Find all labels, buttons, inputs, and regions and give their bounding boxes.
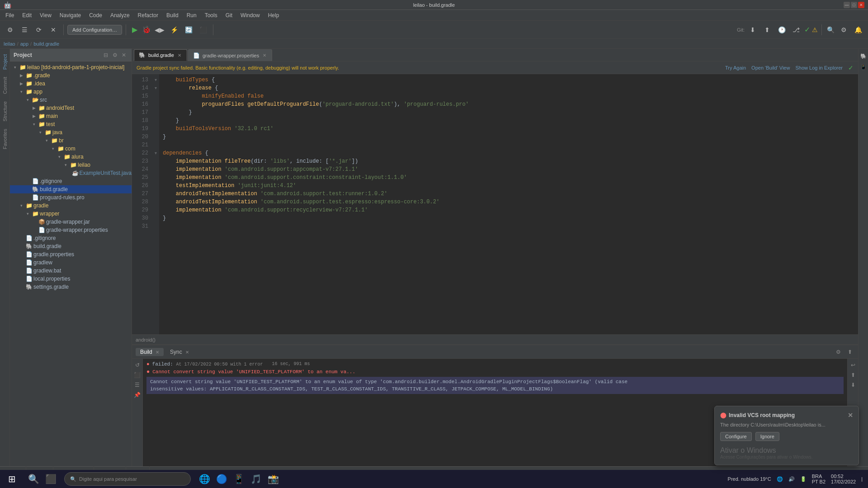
tree-item-gradlew[interactable]: ▶ 📄 gradlew <box>10 258 132 267</box>
taskbar-search[interactable]: 🔍 <box>25 471 42 487</box>
gutter-fold-14[interactable]: ▾ <box>152 84 159 92</box>
build-soft-wrap-btn[interactable]: ↩ <box>849 361 858 370</box>
toolbar-list-btn[interactable]: ☰ <box>18 23 31 36</box>
menu-tools[interactable]: Tools <box>201 11 221 19</box>
notifications-btn[interactable]: 🔔 <box>852 23 864 36</box>
taskbar-app1-icon[interactable]: 📱 <box>231 471 247 487</box>
tree-item-settings-gradle[interactable]: ▶ 🐘 settings.gradle <box>10 283 132 291</box>
build-tab-build[interactable]: Build ✕ <box>136 348 164 356</box>
tab-gradle-wrapper-props[interactable]: 📄 gradle-wrapper.properties ✕ <box>188 49 272 61</box>
menu-file[interactable]: File <box>2 11 18 19</box>
device-manager-icon[interactable]: 📱 <box>859 62 868 71</box>
tray-volume-icon[interactable]: 🔊 <box>787 476 797 482</box>
build-rerun-btn[interactable]: ↺ <box>133 361 142 370</box>
tree-item-app-gitignore[interactable]: ▶ 📄 .gitignore <box>10 177 132 185</box>
tree-root[interactable]: ▾ 📁 leilao [tdd-android-parte-1-projeto-… <box>10 63 132 71</box>
add-configuration-button[interactable]: Add Configuration… <box>67 25 122 35</box>
menu-view[interactable]: View <box>36 11 55 19</box>
breadcrumb-part-3[interactable]: build.gradle <box>33 41 59 47</box>
run-button[interactable]: ▶ <box>130 25 140 35</box>
toolbar-sync-btn[interactable]: ⟳ <box>33 23 45 36</box>
tree-item-leilao-pkg[interactable]: ▾ 📁 leilao <box>10 161 132 169</box>
taskbar-app3-icon[interactable]: 📸 <box>265 471 281 487</box>
profile-btn[interactable]: ⚡ <box>168 23 180 36</box>
vcs-notif-close[interactable]: ✕ <box>848 412 853 419</box>
tab-build-gradle-close[interactable]: ✕ <box>177 52 182 58</box>
build-filter-btn[interactable]: ☰ <box>133 380 142 389</box>
taskbar-chrome-icon[interactable]: 🌐 <box>196 471 212 487</box>
tree-item-example-test[interactable]: ▶ ☕ ExampleUnitTest.java <box>10 169 132 177</box>
project-settings-btn[interactable]: ⚙ <box>111 51 119 59</box>
menu-help[interactable]: Help <box>264 11 283 19</box>
taskbar-search-box[interactable]: 🔍 Digite aqui para pesquisar <box>64 472 191 486</box>
apply-changes-btn[interactable]: 🔄 <box>182 23 195 36</box>
build-error-detail[interactable]: Cannot convert string value 'UNIFIED_TES… <box>146 377 844 394</box>
tree-item-wrapper-props[interactable]: ▶ 📄 gradle-wrapper.properties <box>10 226 132 234</box>
vcs-notif-action2[interactable]: Ignore <box>755 432 779 441</box>
tree-item-root-buildgradle[interactable]: ▶ 🐘 build.gradle <box>10 242 132 250</box>
tree-item-gradle-dir[interactable]: ▾ 📁 gradle <box>10 202 132 210</box>
tray-network-icon[interactable]: 🌐 <box>775 476 785 482</box>
tree-item-app[interactable]: ▾ 📁 app <box>10 88 132 96</box>
tree-item-com[interactable]: ▾ 📁 com <box>10 145 132 153</box>
tree-item-alura[interactable]: ▾ 📁 alura <box>10 153 132 161</box>
git-branch-btn[interactable]: ⎇ <box>790 23 802 36</box>
tree-item-idea[interactable]: ▶ 📁 .idea <box>10 80 132 88</box>
tray-weather[interactable]: Pred. nublado 19°C <box>726 476 773 482</box>
menu-build[interactable]: Build <box>163 11 182 19</box>
tree-item-androidtest[interactable]: ▶ 📁 androidTest <box>10 104 132 112</box>
tab-build-gradle[interactable]: 🐘 build.gradle ✕ <box>134 49 187 61</box>
build-settings-icon[interactable]: ⚙ <box>834 347 843 357</box>
build-tab-close[interactable]: ✕ <box>156 350 159 355</box>
git-history-btn[interactable]: 🕐 <box>775 23 788 36</box>
taskbar-chrome2-icon[interactable]: 🔵 <box>213 471 230 487</box>
gradle-sidebar-icon[interactable]: 🐘 <box>859 52 868 61</box>
tab-wrapper-props-close[interactable]: ✕ <box>262 53 267 58</box>
tray-show-desktop[interactable]: | <box>859 476 864 482</box>
debug-button[interactable]: 🐞 <box>142 25 151 35</box>
breadcrumb-part-1[interactable]: leilao <box>4 41 15 47</box>
menu-git[interactable]: Git <box>222 11 236 19</box>
close-button[interactable]: ✕ <box>858 2 864 8</box>
tree-item-proguard[interactable]: ▶ 📄 proguard-rules.pro <box>10 193 132 202</box>
gutter-fold-22[interactable]: ▾ <box>152 149 159 157</box>
menu-refactor[interactable]: Refactor <box>134 11 162 19</box>
sidebar-vtab-commit[interactable]: Commit <box>1 73 9 98</box>
minimize-button[interactable]: — <box>844 2 850 8</box>
build-stop-btn[interactable]: ⬛ <box>133 371 142 380</box>
tree-item-br[interactable]: ▾ 📁 br <box>10 136 132 145</box>
project-collapse-btn[interactable]: ⊟ <box>102 51 110 59</box>
maximize-button[interactable]: □ <box>851 2 857 8</box>
menu-edit[interactable]: Edit <box>19 11 35 19</box>
tree-item-root-gitignore[interactable]: ▶ 📄 .gitignore <box>10 234 132 242</box>
git-update-btn[interactable]: ⬇ <box>746 23 759 36</box>
code-content[interactable]: buildTypes { release { minifyEnabled fal… <box>159 74 858 334</box>
menu-analyze[interactable]: Analyze <box>107 11 133 19</box>
menu-navigate[interactable]: Navigate <box>56 11 85 19</box>
tree-item-app-buildgradle[interactable]: ▶ 🐘 build.gradle <box>10 185 132 193</box>
tree-item-wrapper-jar[interactable]: ▶ 📦 gradle-wrapper.jar <box>10 218 132 226</box>
taskbar-app2-icon[interactable]: 🎵 <box>248 471 264 487</box>
menu-code[interactable]: Code <box>85 11 106 19</box>
sidebar-vtab-structure[interactable]: Structure <box>1 98 9 125</box>
menu-run[interactable]: Run <box>183 11 200 19</box>
try-again-button[interactable]: Try Again <box>725 65 746 70</box>
build-expand-icon[interactable]: ⬆ <box>845 347 854 357</box>
git-push-btn[interactable]: ⬆ <box>761 23 774 36</box>
coverage-btn[interactable]: ◀▶ <box>153 23 166 36</box>
tree-item-gradle-props[interactable]: ▶ 📄 gradle.properties <box>10 250 132 258</box>
project-close-btn[interactable]: ✕ <box>120 51 128 59</box>
toolbar-settings-btn[interactable]: ⚙ <box>4 23 16 36</box>
sync-tab-close[interactable]: ✕ <box>185 350 189 355</box>
gutter-fold-13[interactable]: ▾ <box>152 76 159 84</box>
sidebar-vtab-project[interactable]: Project <box>1 51 9 73</box>
tree-item-main[interactable]: ▶ 📁 main <box>10 112 132 120</box>
settings-btn[interactable]: ⚙ <box>837 23 850 36</box>
tree-item-gradle-folder[interactable]: ▶ 📁 .gradle <box>10 71 132 80</box>
tray-clock[interactable]: 00:52 17/02/2022 <box>829 474 858 484</box>
menu-window[interactable]: Window <box>237 11 264 19</box>
stop-btn[interactable]: ⬛ <box>197 23 209 36</box>
taskbar-task-view[interactable]: ⬛ <box>42 471 59 487</box>
build-tab-sync[interactable]: Sync ✕ <box>165 348 193 356</box>
tree-item-wrapper[interactable]: ▾ 📁 wrapper <box>10 210 132 218</box>
